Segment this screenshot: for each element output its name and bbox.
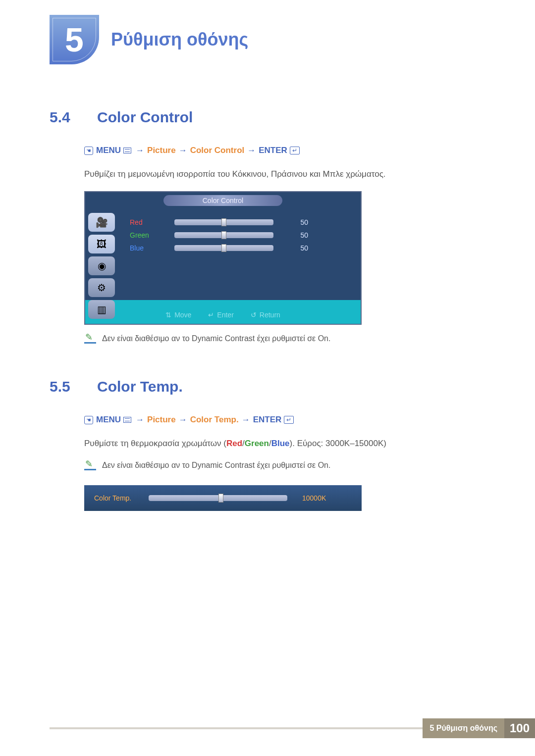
osd-nav-input-icon: 🎥 <box>88 213 115 232</box>
osd-slider-blue <box>174 245 273 251</box>
osd-row-red: Red 50 <box>130 216 353 229</box>
breadcrumb-item: Picture <box>147 146 176 155</box>
breadcrumb-menu: MENU <box>96 146 121 155</box>
osd-label-blue: Blue <box>130 244 169 252</box>
osd-value-red: 50 <box>288 218 308 226</box>
arrow-icon: → <box>134 146 146 155</box>
osd-slider-green <box>174 232 273 238</box>
footer-chapter-label: 5 Ρύθμιση οθόνης <box>423 718 504 738</box>
note-5-5: Δεν είναι διαθέσιμο αν το Dynamic Contra… <box>84 460 485 470</box>
hand-icon: ☚ <box>84 416 93 424</box>
chapter-number-badge: 5 <box>50 15 99 64</box>
breadcrumb-menu: MENU <box>96 415 121 425</box>
section-number: 5.5 <box>50 378 84 395</box>
arrow-icon: → <box>134 415 146 425</box>
arrow-icon: → <box>240 415 252 425</box>
section-description-5-5: Ρυθμίστε τη θερμοκρασία χρωμάτων (Red/Gr… <box>84 439 485 449</box>
osd-nav-setup-icon: ⚙ <box>88 278 115 297</box>
menu-breadcrumb-5-5: ☚ MENU → Picture → Color Temp. → ENTER ↵ <box>84 415 485 425</box>
osd-nav-picture-icon: 🖼 <box>88 235 115 253</box>
osd-footer-hints: Move Enter Return <box>85 311 361 319</box>
osd-hint-enter: Enter <box>208 311 233 319</box>
breadcrumb-item: Color Control <box>190 146 245 155</box>
chapter-title: Ρύθμιση οθόνης <box>111 29 248 50</box>
breadcrumb-item: Picture <box>147 415 176 425</box>
note-text: Δεν είναι διαθέσιμο αν το Dynamic Contra… <box>102 334 330 343</box>
osd-slider-red <box>174 219 273 225</box>
menu-icon <box>123 417 131 423</box>
section-title: Color Temp. <box>97 378 183 395</box>
temp-value: 10000K <box>302 494 326 502</box>
osd-screenshot-color-temp: Color Temp. 10000K <box>84 485 362 511</box>
arrow-icon: → <box>245 146 258 155</box>
breadcrumb-enter: ENTER <box>259 146 287 155</box>
chapter-header: 5 Ρύθμιση οθόνης <box>50 15 485 64</box>
section-title: Color Control <box>97 109 193 126</box>
enter-icon: ↵ <box>290 147 300 154</box>
osd-nav-sound-icon: ◉ <box>88 256 115 275</box>
osd-screenshot-color-control: Color Control 🎥 🖼 ◉ ⚙ ▥ Red 50 Green 50 … <box>84 191 362 325</box>
osd-row-green: Green 50 <box>130 229 353 242</box>
slider-knob <box>221 244 226 252</box>
osd-value-blue: 50 <box>288 244 308 252</box>
hand-icon: ☚ <box>84 147 93 155</box>
note-icon <box>84 460 96 470</box>
breadcrumb-enter: ENTER <box>253 415 282 425</box>
page-footer: 5 Ρύθμιση οθόνης 100 <box>50 718 535 738</box>
slider-knob <box>218 494 223 503</box>
temp-label: Color Temp. <box>94 494 149 502</box>
footer-divider <box>50 727 423 729</box>
section-number: 5.4 <box>50 109 84 126</box>
osd-label-green: Green <box>130 231 169 239</box>
menu-icon <box>123 148 131 153</box>
breadcrumb-item: Color Temp. <box>190 415 239 425</box>
osd-hint-move: Move <box>165 311 191 319</box>
footer-page-number: 100 <box>504 718 535 738</box>
slider-knob <box>221 218 226 226</box>
note-icon <box>84 334 96 344</box>
osd-slider-list: Red 50 Green 50 Blue 50 <box>130 216 353 254</box>
enter-icon: ↵ <box>284 416 294 424</box>
osd-sidebar: 🎥 🖼 ◉ ⚙ ▥ <box>88 213 115 319</box>
menu-breadcrumb-5-4: ☚ MENU → Picture → Color Control → ENTER… <box>84 146 485 155</box>
osd-row-blue: Blue 50 <box>130 242 353 254</box>
note-5-4: Δεν είναι διαθέσιμο αν το Dynamic Contra… <box>84 334 485 344</box>
osd-value-green: 50 <box>288 231 308 239</box>
slider-knob <box>221 231 226 239</box>
temp-slider <box>149 495 287 501</box>
arrow-icon: → <box>177 146 189 155</box>
osd-hint-return: Return <box>251 311 280 319</box>
note-text: Δεν είναι διαθέσιμο αν το Dynamic Contra… <box>102 461 330 470</box>
section-description: Ρυθμίζει τη μεμονωμένη ισορροπία του Κόκ… <box>84 169 485 179</box>
section-heading-5-5: 5.5 Color Temp. <box>50 378 485 395</box>
osd-label-red: Red <box>130 218 169 226</box>
arrow-icon: → <box>177 415 189 425</box>
section-heading-5-4: 5.4 Color Control <box>50 109 485 126</box>
osd-title: Color Control <box>163 195 282 206</box>
